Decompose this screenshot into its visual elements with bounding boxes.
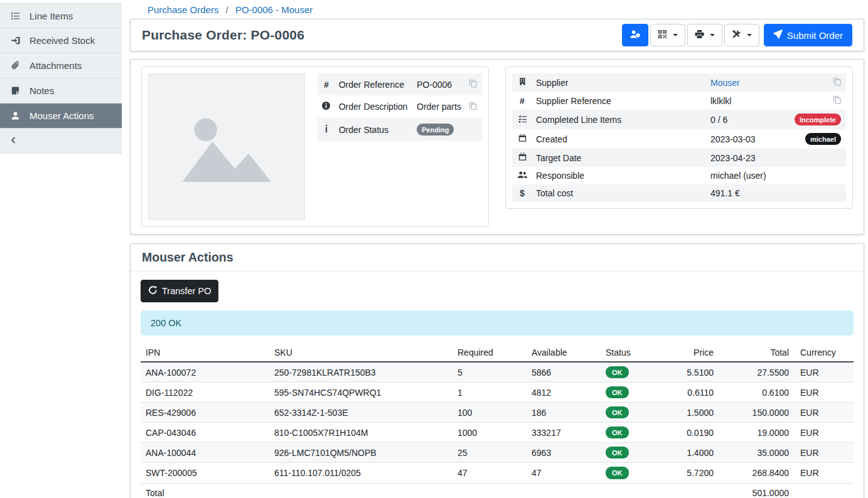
- col-available: Available: [527, 344, 601, 362]
- order-description-value: Order parts: [413, 95, 465, 118]
- table-row: Created 2023-03-03 michael: [512, 129, 846, 149]
- cell-available: 6963: [527, 443, 601, 463]
- footer-total-value: 501.0000: [720, 483, 795, 498]
- cell-required: 100: [453, 403, 527, 423]
- order-details-table: # Order Reference PO-0006 Order Descript…: [318, 73, 482, 141]
- sidebar-collapse-button[interactable]: [0, 129, 122, 154]
- cell-required: 5: [453, 362, 527, 383]
- submit-order-button[interactable]: Submit Order: [764, 24, 852, 46]
- order-image-placeholder[interactable]: [148, 73, 305, 220]
- admin-button[interactable]: [622, 24, 648, 46]
- cell-available: 5866: [527, 362, 601, 383]
- supplier-reference-label: Supplier Reference: [532, 92, 707, 110]
- list-check-icon: [512, 110, 532, 129]
- copy-icon[interactable]: [833, 95, 841, 104]
- order-actions-dropdown[interactable]: [724, 24, 759, 46]
- incomplete-badge: Incomplete: [795, 114, 841, 125]
- sidebar-item-mouser-actions[interactable]: Mouser Actions: [0, 103, 122, 129]
- table-row: Supplier Mouser: [512, 73, 846, 92]
- sidebar: Line Items Received Stock Attachments No…: [0, 0, 122, 498]
- col-ipn: IPN: [141, 344, 269, 362]
- cell-ipn: ANA-100044: [141, 443, 269, 463]
- cell-currency: EUR: [795, 362, 854, 383]
- cell-total: 0.6100: [720, 383, 795, 403]
- status-ok-badge: OK: [606, 467, 629, 479]
- user-admin-icon: [630, 29, 641, 41]
- completed-line-items-label: Completed Line Items: [532, 110, 707, 129]
- cell-currency: EUR: [795, 403, 854, 423]
- list-icon: [9, 11, 21, 21]
- sidebar-item-label: Line Items: [29, 11, 73, 21]
- order-reference-value: PO-0006: [413, 73, 465, 95]
- info-circle-icon: [318, 95, 335, 118]
- users-icon: [512, 167, 532, 184]
- cell-total: 150.0000: [720, 403, 795, 423]
- cell-ipn: ANA-100072: [141, 362, 269, 383]
- col-currency: Currency: [795, 344, 854, 362]
- cell-available: 186: [527, 403, 601, 423]
- created-value: 2023-03-03: [707, 129, 788, 149]
- copy-icon[interactable]: [469, 102, 477, 110]
- chevron-left-icon: [9, 136, 18, 146]
- col-required: Required: [453, 344, 527, 362]
- table-row: DIG-112022 595-SN74HCS74QPWRQ1 1 4812 OK…: [141, 383, 854, 403]
- cell-sku: 652-3314Z-1-503E: [269, 403, 453, 423]
- transfer-po-button[interactable]: Transfer PO: [141, 280, 218, 302]
- sidebar-item-label: Attachments: [29, 60, 82, 71]
- cell-price: 5.7200: [655, 463, 720, 483]
- breadcrumb-purchase-orders[interactable]: Purchase Orders: [147, 4, 218, 15]
- cell-available: 4812: [527, 383, 601, 403]
- cell-currency: EUR: [795, 423, 854, 443]
- table-row: ANA-100044 926-LMC7101QM5/NOPB 25 6963 O…: [141, 443, 854, 463]
- calendar-icon: [512, 129, 532, 149]
- supplier-details-card: Supplier Mouser # Supplier Reference lkl…: [505, 66, 853, 209]
- cell-status: OK: [601, 463, 655, 483]
- cell-ipn: CAP-043046: [141, 423, 269, 443]
- sidebar-item-line-items[interactable]: Line Items: [0, 3, 122, 28]
- sidebar-item-notes[interactable]: Notes: [0, 78, 122, 103]
- cell-sku: 611-110.107.011/0205: [269, 463, 453, 483]
- breadcrumb-separator: /: [226, 4, 228, 15]
- cell-required: 1000: [453, 423, 527, 443]
- table-row: Responsible michael (user): [512, 167, 846, 184]
- caret-down-icon: [673, 34, 678, 36]
- supplier-details-table: Supplier Mouser # Supplier Reference lkl…: [512, 73, 846, 202]
- dollar-icon: $: [512, 184, 532, 202]
- col-total: Total: [720, 344, 795, 362]
- order-reference-label: Order Reference: [335, 73, 413, 95]
- note-icon: [9, 86, 21, 95]
- breadcrumb-current[interactable]: PO-0006 - Mouser: [235, 4, 313, 15]
- cell-ipn: RES-429006: [141, 403, 269, 423]
- supplier-link[interactable]: Mouser: [710, 78, 740, 88]
- cell-available: 333217: [527, 423, 601, 443]
- main-content: Purchase Orders / PO-0006 - Mouser Purch…: [122, 0, 868, 498]
- sidebar-item-received-stock[interactable]: Received Stock: [0, 28, 122, 53]
- status-alert: 200 OK: [141, 310, 854, 336]
- cell-currency: EUR: [795, 383, 854, 403]
- order-summary-card: # Order Reference PO-0006 Order Descript…: [141, 66, 489, 227]
- table-row: Target Date 2023-04-23: [512, 149, 846, 167]
- cell-sku: 810-C1005X7R1H104M: [269, 423, 453, 443]
- sidebar-item-label: Received Stock: [29, 35, 95, 46]
- table-row: SWT-200005 611-110.107.011/0205 47 47 OK…: [141, 463, 854, 483]
- hash-icon: #: [318, 73, 335, 95]
- table-row: $ Total cost 491.1 €: [512, 184, 846, 202]
- col-sku: SKU: [269, 344, 453, 362]
- supplier-label: Supplier: [532, 73, 707, 92]
- cell-total: 27.5500: [720, 362, 795, 383]
- copy-icon[interactable]: [833, 77, 841, 86]
- barcode-actions-dropdown[interactable]: [650, 24, 685, 46]
- total-cost-value: 491.1 €: [707, 184, 788, 202]
- send-icon: [773, 29, 783, 41]
- printer-icon: [695, 29, 704, 41]
- transfer-po-label: Transfer PO: [162, 286, 211, 296]
- cell-status: OK: [601, 403, 655, 423]
- copy-icon[interactable]: [469, 79, 477, 88]
- sidebar-item-attachments[interactable]: Attachments: [0, 53, 122, 78]
- print-actions-dropdown[interactable]: [687, 24, 722, 46]
- cell-sku: 926-LMC7101QM5/NOPB: [269, 443, 453, 463]
- responsible-label: Responsible: [532, 167, 707, 184]
- status-ok-badge: OK: [606, 386, 629, 398]
- target-date-value: 2023-04-23: [707, 149, 788, 167]
- order-status-badge: Pending: [417, 124, 454, 135]
